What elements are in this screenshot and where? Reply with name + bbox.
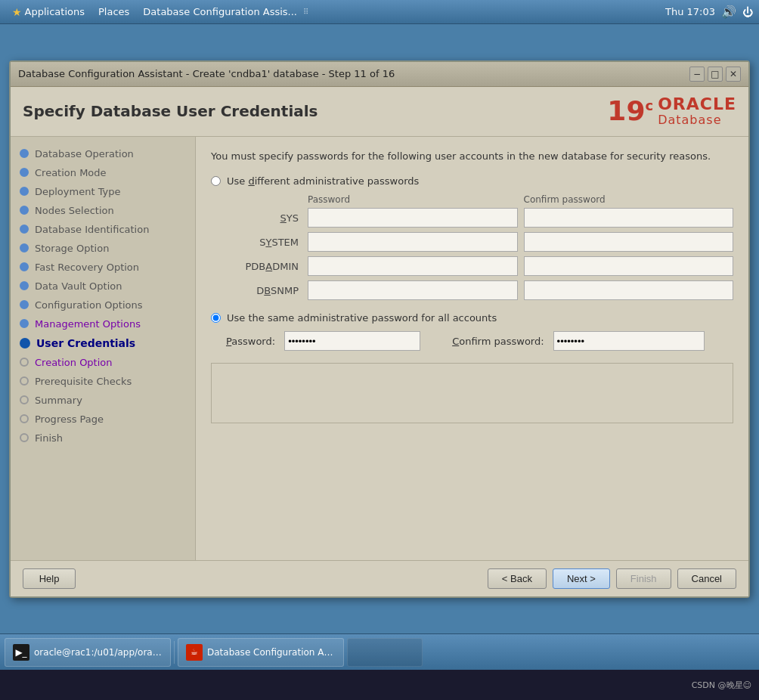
nav-dot-10 <box>20 338 30 348</box>
dialog-content: Database Operation Creation Mode Deploym… <box>11 137 748 560</box>
dbsnmp-confirm-input[interactable] <box>524 280 734 300</box>
label-system: SYSTEM <box>226 237 302 248</box>
terminal-label: oracle@rac1:/u01/app/oracle/prod... <box>34 647 163 658</box>
nav-dot-5 <box>20 243 29 252</box>
label-pdbadmin: PDBADMIN <box>226 261 302 272</box>
same-password-input[interactable] <box>284 331 420 351</box>
oracle-logo: 19c ORACLE Database <box>607 96 736 127</box>
nav-item-prerequisite-checks: Prerequisite Checks <box>11 372 195 391</box>
nav-item-nodes-selection: Nodes Selection <box>11 201 195 220</box>
nav-item-finish: Finish <box>11 429 195 448</box>
dbca-label: Database Configuration Assistant -... <box>207 647 336 658</box>
nav-item-fast-recovery-option: Fast Recovery Option <box>11 258 195 277</box>
desktop: Database Configuration Assistant - Creat… <box>0 24 759 633</box>
footer-left: Help <box>23 568 76 589</box>
radio-diff-input[interactable] <box>211 176 221 186</box>
nav-item-creation-option[interactable]: Creation Option <box>11 353 195 372</box>
minimize-button[interactable]: − <box>689 67 705 82</box>
grid-header: Password Confirm password <box>226 194 733 205</box>
dialog-header: Specify Database User Credentials 19c OR… <box>11 87 748 137</box>
nav-dot-1 <box>20 168 29 177</box>
maximize-button[interactable]: □ <box>708 67 723 82</box>
window-title-taskbar[interactable]: Database Configuration Assis... ⠿ <box>137 5 314 19</box>
back-button[interactable]: < Back <box>488 568 547 589</box>
grid-row-system: SYSTEM <box>226 232 733 252</box>
volume-icon[interactable]: 🔊 <box>721 5 736 19</box>
radio-diff-label[interactable]: Use different administrative passwords <box>211 175 733 187</box>
password-grid: Password Confirm password SYS SYSTEM <box>226 194 733 300</box>
nav-item-storage-option: Storage Option <box>11 239 195 258</box>
nav-item-management-options[interactable]: Management Options <box>11 314 195 333</box>
radio-group-diff: Use different administrative passwords P… <box>211 175 733 300</box>
nav-dot-8 <box>20 300 29 309</box>
applications-label: Applications <box>25 6 85 17</box>
nav-dot-7 <box>20 281 29 290</box>
system-confirm-input[interactable] <box>524 232 734 252</box>
bottom-taskbar: ▶_ oracle@rac1:/u01/app/oracle/prod... ☕… <box>0 633 759 670</box>
applications-menu[interactable]: ★ Applications <box>6 5 91 20</box>
taskbar-left: ★ Applications Places Database Configura… <box>6 5 662 20</box>
nav-item-database-identification: Database Identification <box>11 220 195 239</box>
java-icon: ☕ <box>186 644 203 661</box>
grid-row-dbsnmp: DBSNMP <box>226 280 733 300</box>
dialog-window: Database Configuration Assistant - Creat… <box>9 60 750 598</box>
taskbar-empty-slot <box>347 638 423 667</box>
info-text: You must specify passwords for the follo… <box>211 149 733 164</box>
nav-dot-9 <box>20 319 29 328</box>
pdbadmin-password-input[interactable] <box>308 256 518 276</box>
nav-item-progress-page: Progress Page <box>11 410 195 429</box>
dialog-controls: − □ ✕ <box>689 67 741 82</box>
system-password-input[interactable] <box>308 232 518 252</box>
content-panel: You must specify passwords for the follo… <box>196 137 748 560</box>
close-button[interactable]: ✕ <box>726 67 741 82</box>
star-icon: ★ <box>12 6 22 18</box>
radio-diff-text: Use different administrative passwords <box>227 175 419 187</box>
same-confirm-label: Confirm password: <box>452 336 544 347</box>
footer-right: < Back Next > Finish Cancel <box>488 568 736 589</box>
nav-item-configuration-options: Configuration Options <box>11 296 195 314</box>
nav-dot-15 <box>20 433 29 442</box>
nav-panel: Database Operation Creation Mode Deploym… <box>11 137 196 560</box>
power-icon[interactable]: ⏻ <box>742 6 753 18</box>
nav-item-deployment-type: Deployment Type <box>11 182 195 201</box>
grid-header-user <box>226 194 302 205</box>
finish-button[interactable]: Finish <box>616 568 671 589</box>
sys-confirm-input[interactable] <box>524 208 734 228</box>
same-password-row: Password: Confirm password: <box>226 331 733 351</box>
nav-item-summary: Summary <box>11 391 195 410</box>
radio-same-label[interactable]: Use the same administrative password for… <box>211 312 733 324</box>
page-title: Specify Database User Credentials <box>23 102 318 120</box>
cancel-button[interactable]: Cancel <box>677 568 736 589</box>
nav-dot-13 <box>20 395 29 404</box>
dbsnmp-password-input[interactable] <box>308 280 518 300</box>
terminal-icon: ▶_ <box>13 644 29 661</box>
label-dbsnmp: DBSNMP <box>226 285 302 296</box>
places-menu[interactable]: Places <box>92 5 135 19</box>
radio-same-input[interactable] <box>211 313 221 323</box>
oracle-subbrand: Database <box>658 113 721 127</box>
nav-dot-2 <box>20 187 29 196</box>
dialog-title: Database Configuration Assistant - Creat… <box>18 68 395 79</box>
taskbar-terminal-item[interactable]: ▶_ oracle@rac1:/u01/app/oracle/prod... <box>5 638 171 667</box>
grid-row-sys: SYS <box>226 208 733 228</box>
nav-item-database-operation: Database Operation <box>11 144 195 163</box>
nav-dot-6 <box>20 262 29 271</box>
dialog-footer: Help < Back Next > Finish Cancel <box>11 560 748 596</box>
notes-box <box>211 363 733 423</box>
nav-dot-4 <box>20 225 29 234</box>
places-label: Places <box>98 6 129 17</box>
clock: Thu 17:03 <box>665 6 715 17</box>
help-button[interactable]: Help <box>23 568 76 589</box>
taskbar-dbca-item[interactable]: ☕ Database Configuration Assistant -... <box>178 638 344 667</box>
top-taskbar: ★ Applications Places Database Configura… <box>0 0 759 24</box>
grip-icon: ⠿ <box>303 8 308 16</box>
next-button[interactable]: Next > <box>553 568 610 589</box>
nav-dot-12 <box>20 376 29 386</box>
pdbadmin-confirm-input[interactable] <box>524 256 734 276</box>
nav-item-creation-mode: Creation Mode <box>11 163 195 182</box>
sys-password-input[interactable] <box>308 208 518 228</box>
nav-dot-0 <box>20 149 29 158</box>
taskbar-right: Thu 17:03 🔊 ⏻ <box>665 5 753 19</box>
same-confirm-input[interactable] <box>553 331 705 351</box>
nav-dot-14 <box>20 414 29 423</box>
